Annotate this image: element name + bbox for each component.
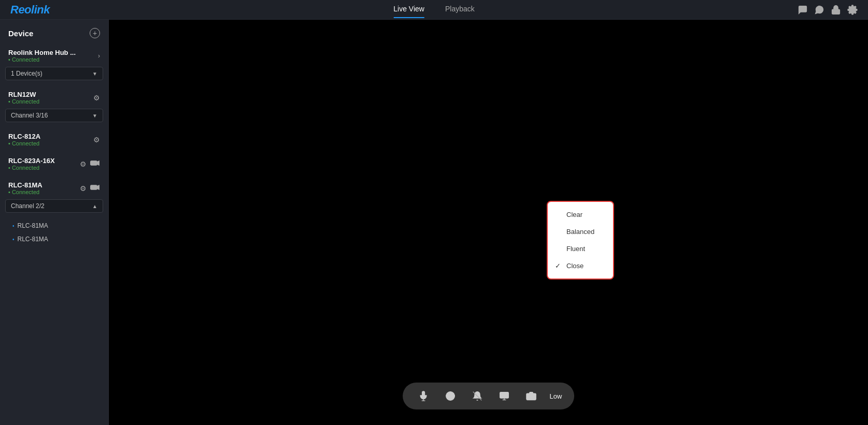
header: Reolink Live View Playback xyxy=(0,0,868,20)
device-right-hub: › xyxy=(98,52,100,60)
device-group-rln12w: RLN12W Connected ⚙ Channel 3/16 ▼ xyxy=(0,86,108,126)
live-view-content: Clear Balanced Fluent ✓ Close xyxy=(109,20,868,425)
rlc81ma-dropdown-label: Channel 2/2 xyxy=(11,202,45,210)
chevron-up-icon: ▲ xyxy=(92,203,97,209)
rln12w-dropdown-label: Channel 3/16 xyxy=(11,112,48,119)
quality-popup: Clear Balanced Fluent ✓ Close xyxy=(547,201,614,280)
device-item-hub[interactable]: Reolink Home Hub ... Connected › xyxy=(0,45,108,67)
mic-icon[interactable] xyxy=(415,388,432,404)
chevron-down-icon-rln12w: ▼ xyxy=(92,113,97,119)
svg-point-13 xyxy=(529,395,533,399)
svg-point-6 xyxy=(446,392,454,401)
quality-item-fluent[interactable]: Fluent xyxy=(548,240,613,257)
device-name-rlc812a: RLC-812A xyxy=(8,133,40,140)
device-item-rln12w[interactable]: RLN12W Connected ⚙ xyxy=(0,86,108,109)
tab-playback[interactable]: Playback xyxy=(445,5,475,15)
bottom-toolbar: Low xyxy=(403,383,575,409)
list-item[interactable]: RLC-81MA xyxy=(0,232,108,246)
alarm-icon[interactable] xyxy=(469,388,486,404)
arrow-right-icon: › xyxy=(98,52,100,60)
quality-label[interactable]: Low xyxy=(550,392,562,400)
quality-item-balanced[interactable]: Balanced xyxy=(548,223,613,240)
rlc81ma-channel-list: RLC-81MA RLC-81MA xyxy=(0,217,108,248)
message-icon[interactable] xyxy=(814,5,824,15)
device-group-hub: Reolink Home Hub ... Connected › 1 Devic… xyxy=(0,45,108,84)
quality-fluent-label: Fluent xyxy=(566,245,585,253)
add-device-button[interactable]: + xyxy=(90,28,100,38)
quality-item-clear[interactable]: Clear xyxy=(548,206,613,223)
device-status-rlc823a: Connected xyxy=(8,165,55,171)
camera-capture-icon[interactable] xyxy=(523,388,539,404)
main-layout: Device + Reolink Home Hub ... Connected … xyxy=(0,20,868,425)
channel-item-2-label: RLC-81MA xyxy=(18,236,48,243)
device-item-rlc81ma[interactable]: RLC-81MA Connected ⚙ xyxy=(0,177,108,199)
device-group-rlc812a: RLC-812A Connected ⚙ xyxy=(0,128,108,151)
device-group-rlc81ma: RLC-81MA Connected ⚙ Channel 2/2 ▲ xyxy=(0,177,108,248)
chat-icon[interactable] xyxy=(798,5,808,15)
device-group-rlc823a: RLC-823A-16X Connected ⚙ xyxy=(0,153,108,175)
device-status-rln12w: Connected xyxy=(8,98,39,105)
device-name-hub: Reolink Home Hub ... xyxy=(8,49,76,56)
device-right-rlc81ma: ⚙ xyxy=(80,182,100,194)
checkmark-icon: ✓ xyxy=(555,262,561,270)
svg-rect-0 xyxy=(832,9,840,14)
device-name-rln12w: RLN12W xyxy=(8,91,39,98)
tab-live-view[interactable]: Live View xyxy=(393,5,424,15)
gear-icon-rlc823a[interactable]: ⚙ xyxy=(80,160,87,168)
device-status-rlc81ma: Connected xyxy=(8,189,42,195)
device-right-rlc812a: ⚙ xyxy=(93,136,100,144)
lock-icon[interactable] xyxy=(831,5,841,15)
device-info-rlc812a: RLC-812A Connected xyxy=(8,133,40,146)
device-info-rlc823a: RLC-823A-16X Connected xyxy=(8,157,55,171)
device-status-hub: Connected xyxy=(8,56,76,63)
rln12w-dropdown[interactable]: Channel 3/16 ▼ xyxy=(5,109,103,122)
device-item-rlc812a[interactable]: RLC-812A Connected ⚙ xyxy=(0,128,108,151)
svg-rect-3 xyxy=(91,185,97,189)
gear-icon-rln12w[interactable]: ⚙ xyxy=(93,94,100,102)
header-actions xyxy=(798,5,858,15)
quality-balanced-label: Balanced xyxy=(566,228,594,236)
quality-item-close[interactable]: ✓ Close xyxy=(548,257,613,274)
quality-close-label: Close xyxy=(566,262,584,270)
list-item[interactable]: RLC-81MA xyxy=(0,219,108,232)
logo: Reolink xyxy=(10,3,50,17)
device-status-rlc812a: Connected xyxy=(8,140,40,146)
gear-icon-rlc812a[interactable]: ⚙ xyxy=(93,136,100,144)
gear-icon-rlc81ma[interactable]: ⚙ xyxy=(80,184,87,193)
device-name-rlc823a: RLC-823A-16X xyxy=(8,157,55,165)
sidebar-header: Device + xyxy=(0,20,108,45)
channel-item-1-label: RLC-81MA xyxy=(18,222,48,229)
hub-dropdown[interactable]: 1 Device(s) ▼ xyxy=(5,67,103,80)
device-name-rlc81ma: RLC-81MA xyxy=(8,181,42,189)
camera-icon-rlc81ma xyxy=(90,182,100,194)
sidebar: Device + Reolink Home Hub ... Connected … xyxy=(0,20,109,425)
device-info-hub: Reolink Home Hub ... Connected xyxy=(8,49,76,63)
device-info-rln12w: RLN12W Connected xyxy=(8,91,39,105)
camera-icon-rlc823a xyxy=(90,158,100,170)
svg-rect-10 xyxy=(500,392,508,399)
face-icon[interactable] xyxy=(442,388,459,404)
sidebar-title: Device xyxy=(8,29,33,38)
device-item-rlc823a[interactable]: RLC-823A-16X Connected ⚙ xyxy=(0,153,108,175)
device-right-rln12w: ⚙ xyxy=(93,94,100,102)
chevron-down-icon: ▼ xyxy=(92,71,97,77)
nav-tabs: Live View Playback xyxy=(393,5,474,15)
rlc81ma-dropdown[interactable]: Channel 2/2 ▲ xyxy=(5,199,103,213)
device-info-rlc81ma: RLC-81MA Connected xyxy=(8,181,42,195)
screen-icon[interactable] xyxy=(496,388,513,404)
hub-dropdown-label: 1 Device(s) xyxy=(11,70,42,77)
svg-rect-2 xyxy=(91,161,97,165)
quality-clear-label: Clear xyxy=(566,211,582,218)
settings-icon[interactable] xyxy=(847,5,858,15)
device-right-rlc823a: ⚙ xyxy=(80,158,100,170)
